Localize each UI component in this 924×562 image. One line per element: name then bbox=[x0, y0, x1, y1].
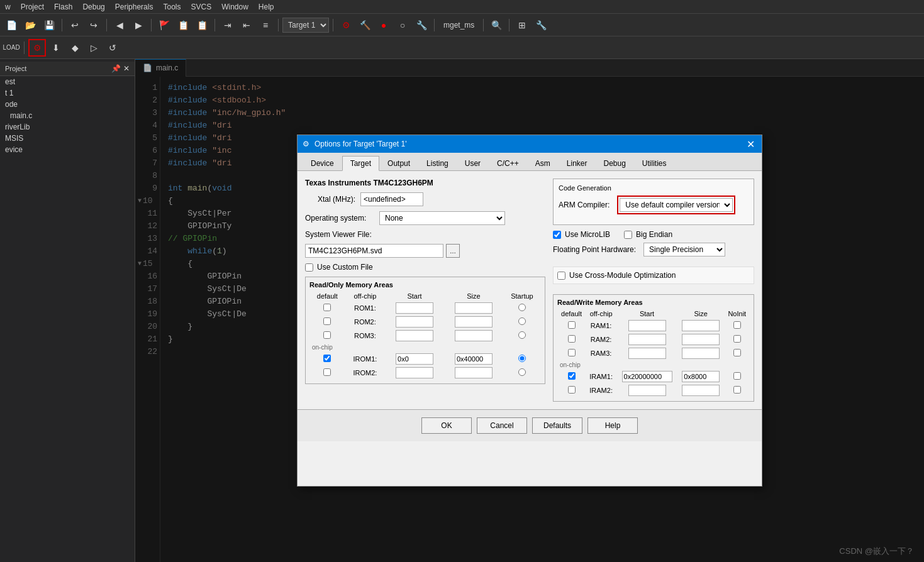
irom2-size[interactable] bbox=[455, 367, 493, 378]
sidebar-item-evice[interactable]: evice bbox=[0, 144, 135, 155]
menu-tools[interactable]: Tools bbox=[163, 3, 181, 11]
irom1-size[interactable] bbox=[455, 353, 493, 365]
rom1-startup[interactable] bbox=[518, 304, 526, 311]
irom2-default[interactable] bbox=[323, 368, 331, 376]
iram1-size[interactable] bbox=[682, 371, 720, 382]
tab-utilities[interactable]: Utilities bbox=[634, 156, 675, 171]
ram2-size[interactable] bbox=[682, 334, 720, 345]
irom2-start[interactable] bbox=[396, 367, 433, 378]
menu-debug[interactable]: Debug bbox=[82, 3, 104, 11]
tab-device[interactable]: Device bbox=[303, 156, 342, 171]
reset-btn[interactable]: ↺ bbox=[104, 39, 121, 57]
xtal-input[interactable] bbox=[360, 192, 423, 206]
rom1-start[interactable] bbox=[396, 302, 433, 314]
tab-linker[interactable]: Linker bbox=[559, 156, 596, 171]
sidebar-item-riverlib[interactable]: riverLib bbox=[0, 121, 135, 133]
rom3-start[interactable] bbox=[396, 330, 433, 341]
dialog-close-btn[interactable]: ✕ bbox=[744, 138, 757, 150]
big-endian-checkbox[interactable] bbox=[624, 231, 632, 239]
ram1-start[interactable] bbox=[628, 320, 666, 331]
view-btn[interactable]: ⊞ bbox=[513, 16, 531, 34]
sidebar-close-btn[interactable]: ✕ bbox=[123, 64, 130, 73]
cross-module-checkbox[interactable] bbox=[557, 272, 565, 280]
copy-btn[interactable]: 📋 bbox=[174, 16, 192, 34]
irom2-startup[interactable] bbox=[518, 368, 526, 376]
tab-ccpp[interactable]: C/C++ bbox=[489, 156, 527, 171]
tab-target[interactable]: Target bbox=[342, 156, 379, 171]
stop-btn[interactable]: ● bbox=[375, 16, 392, 34]
iram2-default[interactable] bbox=[568, 386, 576, 394]
rom2-size[interactable] bbox=[455, 316, 493, 328]
open-file-btn[interactable]: 📂 bbox=[21, 16, 39, 34]
tab-listing[interactable]: Listing bbox=[418, 156, 457, 171]
rom2-start[interactable] bbox=[396, 316, 433, 328]
rom3-default[interactable] bbox=[323, 331, 331, 339]
svd-browse-btn[interactable]: … bbox=[446, 244, 460, 258]
fph-select[interactable]: Single Precision bbox=[643, 243, 725, 256]
ram3-noinit[interactable] bbox=[733, 349, 741, 356]
menu-svcs[interactable]: SVCS bbox=[191, 3, 211, 11]
tab-asm[interactable]: Asm bbox=[527, 156, 559, 171]
ram3-start[interactable] bbox=[628, 348, 666, 359]
tab-user[interactable]: User bbox=[457, 156, 489, 171]
rom1-size[interactable] bbox=[455, 302, 493, 314]
run2-btn[interactable]: ▷ bbox=[85, 39, 103, 57]
menu-w[interactable]: w bbox=[5, 3, 11, 11]
arm-compiler-select[interactable]: Use default compiler version 5 bbox=[620, 198, 733, 212]
search-btn[interactable]: 🔍 bbox=[487, 16, 505, 34]
microlib-checkbox[interactable] bbox=[553, 231, 561, 239]
custom-file-checkbox[interactable] bbox=[305, 263, 313, 272]
rom2-default[interactable] bbox=[323, 317, 331, 325]
forward-btn[interactable]: ▶ bbox=[130, 16, 147, 34]
rebuild-btn[interactable]: 🔨 bbox=[356, 16, 374, 34]
ram1-size[interactable] bbox=[682, 320, 720, 331]
ram1-noinit[interactable] bbox=[733, 321, 741, 329]
erase-btn[interactable]: ◆ bbox=[66, 39, 84, 57]
save-btn[interactable]: 💾 bbox=[40, 16, 58, 34]
rom2-startup[interactable] bbox=[518, 317, 526, 325]
menu-project[interactable]: Project bbox=[21, 3, 44, 11]
rom1-default[interactable] bbox=[323, 304, 331, 311]
defaults-button[interactable]: Defaults bbox=[532, 417, 582, 434]
sidebar-item-mainc[interactable]: main.c bbox=[0, 110, 135, 121]
help-button[interactable]: Help bbox=[587, 417, 638, 434]
iram2-size[interactable] bbox=[682, 385, 720, 396]
menu-help[interactable]: Help bbox=[259, 3, 274, 11]
paste-btn[interactable]: 📋 bbox=[193, 16, 211, 34]
rom3-size[interactable] bbox=[455, 330, 493, 341]
redo-btn[interactable]: ↪ bbox=[85, 16, 103, 34]
ram2-default[interactable] bbox=[568, 335, 576, 343]
tab-debug[interactable]: Debug bbox=[595, 156, 633, 171]
iram1-noinit[interactable] bbox=[733, 372, 741, 380]
irom1-default[interactable] bbox=[323, 355, 331, 362]
run-btn[interactable]: ○ bbox=[394, 16, 411, 34]
tab-output[interactable]: Output bbox=[379, 156, 418, 171]
sidebar-item-ode[interactable]: ode bbox=[0, 99, 135, 110]
ram3-default[interactable] bbox=[568, 349, 576, 356]
target-select[interactable]: Target 1 bbox=[282, 18, 329, 33]
debug-btn[interactable]: 🔧 bbox=[413, 16, 430, 34]
options-btn[interactable]: ⚙ bbox=[28, 39, 46, 57]
iram2-noinit[interactable] bbox=[733, 386, 741, 394]
bookmark-btn[interactable]: 🚩 bbox=[155, 16, 173, 34]
menu-peripherals[interactable]: Peripherals bbox=[115, 3, 153, 11]
sidebar-item-est[interactable]: est bbox=[0, 76, 135, 87]
iram1-start[interactable] bbox=[622, 371, 672, 382]
sidebar-item-t1[interactable]: t 1 bbox=[0, 87, 135, 99]
iram2-start[interactable] bbox=[628, 385, 666, 396]
ram1-default[interactable] bbox=[568, 321, 576, 329]
undo-btn[interactable]: ↩ bbox=[66, 16, 84, 34]
cancel-button[interactable]: Cancel bbox=[477, 417, 527, 434]
os-select[interactable]: None bbox=[379, 211, 505, 225]
ram2-start[interactable] bbox=[628, 334, 666, 345]
ram2-noinit[interactable] bbox=[733, 335, 741, 343]
ok-button[interactable]: OK bbox=[421, 417, 472, 434]
rom3-startup[interactable] bbox=[518, 331, 526, 339]
download-btn[interactable]: ⬇ bbox=[47, 39, 65, 57]
unindent-btn[interactable]: ⇤ bbox=[238, 16, 255, 34]
load-btn[interactable]: LOAD bbox=[3, 39, 20, 57]
comment-btn[interactable]: ≡ bbox=[257, 16, 274, 34]
svd-input[interactable] bbox=[305, 244, 443, 258]
irom1-startup[interactable] bbox=[518, 355, 526, 362]
tools-btn[interactable]: 🔧 bbox=[532, 16, 550, 34]
